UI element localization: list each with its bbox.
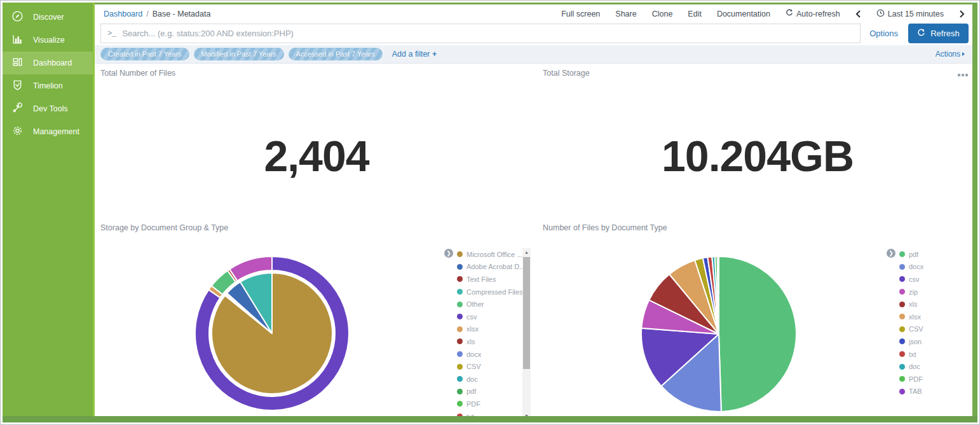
legend-item-xlsx[interactable]: xlsx — [899, 310, 972, 323]
legend-dot-icon — [899, 302, 905, 307]
refresh-button[interactable]: Refresh — [908, 24, 969, 43]
legend-label: CSV — [466, 363, 481, 370]
sidebar-item-label: Dashboard — [33, 59, 72, 67]
dashboard-icon — [11, 56, 24, 70]
options-link[interactable]: Options — [869, 29, 898, 38]
legend-label: Adobe Acrobat D... — [466, 263, 525, 270]
query-prompt-icon: >_ — [107, 29, 116, 38]
legend-label: Other — [466, 300, 484, 308]
legend-collapse-icon[interactable]: ❯ — [444, 249, 453, 258]
legend-item-txt[interactable]: txt — [457, 410, 530, 416]
legend-label: doc — [466, 375, 478, 383]
legend-dot-icon — [457, 251, 463, 257]
sidebar-item-label: Management — [33, 127, 79, 136]
filter-pill-accessed[interactable]: Accessed in Past 7 Years — [289, 48, 383, 60]
legend-dot-icon — [457, 326, 463, 332]
legend-label: docx — [466, 351, 481, 358]
filter-bar: Created in Past 7 Years Modified in Past… — [95, 45, 972, 64]
metric-total-storage: 10.204GB — [630, 131, 885, 181]
legend-item-docx[interactable]: docx — [457, 348, 530, 361]
documentation-link[interactable]: Documentation — [717, 10, 770, 18]
legend-item-json[interactable]: json — [899, 335, 972, 348]
legend-item-TAB[interactable]: TAB — [899, 386, 972, 398]
sidebar-item-timelion[interactable]: Timelion — [3, 74, 95, 97]
search-input[interactable] — [122, 29, 854, 38]
legend-label: doc — [909, 363, 920, 370]
refresh-icon — [917, 29, 925, 39]
legend-item-csv[interactable]: csv — [457, 310, 530, 323]
legend-item-csv[interactable]: csv — [899, 273, 972, 286]
clock-icon — [876, 9, 885, 19]
legend-dot-icon — [899, 389, 905, 394]
sidebar-item-discover[interactable]: Discover — [3, 6, 95, 29]
full-screen-button[interactable]: Full screen — [561, 10, 600, 18]
legend-item-PDF[interactable]: PDF — [457, 398, 530, 410]
legend-dot-icon — [457, 338, 463, 344]
files-chart-legend: ❯ pdfdocxcsvzipxlsxlsxCSVjsontxtdocPDFTA… — [899, 248, 972, 398]
legend-label: docx — [909, 263, 923, 270]
wrench-icon — [11, 102, 24, 116]
legend-label: xls — [466, 338, 475, 345]
kibana-window: Discover Visualize Dashboard — [0, 0, 980, 425]
legend-item-doc[interactable]: doc — [457, 373, 530, 386]
legend-item-txt[interactable]: txt — [899, 348, 972, 361]
breadcrumb-dashboard-link[interactable]: Dashboard — [104, 10, 142, 18]
legend-item-CSV[interactable]: CSV — [899, 323, 972, 336]
panel-options-button[interactable] — [958, 74, 968, 76]
legend-item-Text Files[interactable]: Text Files — [457, 273, 530, 286]
legend-label: csv — [909, 275, 920, 283]
add-filter-link[interactable]: Add a filter + — [392, 50, 437, 59]
legend-scrollbar[interactable]: ▲ ▼ — [522, 248, 531, 416]
legend-dot-icon — [457, 376, 463, 382]
storage-chart-legend: ❯ Microsoft Office ...Adobe Acrobat D...… — [457, 248, 530, 416]
clone-button[interactable]: Clone — [652, 10, 673, 18]
legend-item-pdf[interactable]: pdf — [899, 248, 972, 261]
legend-label: PDF — [466, 400, 480, 408]
legend-item-doc[interactable]: doc — [899, 360, 972, 373]
sidebar-item-visualize[interactable]: Visualize — [3, 29, 95, 52]
legend-item-docx[interactable]: docx — [899, 261, 972, 274]
sidebar-item-label: Dev Tools — [33, 104, 68, 113]
storage-sunburst-chart[interactable] — [188, 249, 356, 416]
legend-label: json — [909, 338, 922, 345]
legend-item-CSV[interactable]: CSV — [457, 360, 530, 373]
legend-item-xls[interactable]: xls — [899, 298, 972, 310]
legend-item-Compressed Files[interactable]: Compressed Files — [457, 286, 530, 298]
legend-item-Other[interactable]: Other — [457, 298, 530, 310]
time-back-button[interactable] — [855, 10, 861, 18]
scroll-up-icon[interactable]: ▲ — [522, 248, 531, 256]
scroll-down-icon[interactable]: ▼ — [522, 412, 531, 416]
sidebar-item-management[interactable]: Management — [3, 120, 95, 143]
sidebar-item-dev-tools[interactable]: Dev Tools — [3, 97, 95, 120]
share-button[interactable]: Share — [615, 10, 636, 18]
edit-button[interactable]: Edit — [688, 10, 702, 18]
search-box[interactable]: >_ — [100, 24, 861, 43]
panel-title-files-by-type: Number of Files by Document Type — [543, 223, 667, 232]
legend-item-Microsoft Office ...[interactable]: Microsoft Office ... — [457, 248, 530, 261]
filter-pill-created[interactable]: Created in Past 7 Years — [100, 48, 189, 60]
sidebar: Discover Visualize Dashboard — [3, 3, 95, 416]
legend-item-Adobe Acrobat D...[interactable]: Adobe Acrobat D... — [457, 261, 530, 274]
time-picker-button[interactable]: Last 15 minutes — [876, 9, 944, 19]
legend-item-PDF[interactable]: PDF — [899, 373, 972, 386]
sidebar-item-dashboard[interactable]: Dashboard — [3, 52, 95, 74]
bottom-chrome-strip — [3, 416, 977, 422]
sidebar-item-label: Timelion — [33, 81, 63, 90]
legend-collapse-icon[interactable]: ❯ — [887, 249, 895, 258]
legend-item-pdf[interactable]: pdf — [457, 386, 530, 398]
actions-menu-button[interactable]: Actions — [936, 50, 965, 59]
legend-item-zip[interactable]: zip — [899, 286, 972, 298]
legend-dot-icon — [899, 326, 905, 332]
metric-total-files: 2,404 — [189, 131, 444, 181]
legend-label: xlsx — [909, 313, 921, 321]
scrollbar-thumb[interactable] — [523, 257, 530, 369]
legend-dot-icon — [457, 264, 463, 270]
pie-slice-pdf[interactable] — [719, 256, 796, 412]
time-forward-button[interactable] — [959, 10, 965, 18]
filter-pill-modified[interactable]: Modified in Past 7 Years — [194, 48, 284, 60]
legend-item-xls[interactable]: xls — [457, 335, 530, 348]
files-pie-chart[interactable] — [635, 250, 803, 416]
legend-dot-icon — [457, 289, 463, 295]
auto-refresh-button[interactable]: Auto-refresh — [786, 9, 840, 18]
legend-item-xlsx[interactable]: xlsx — [457, 323, 530, 336]
